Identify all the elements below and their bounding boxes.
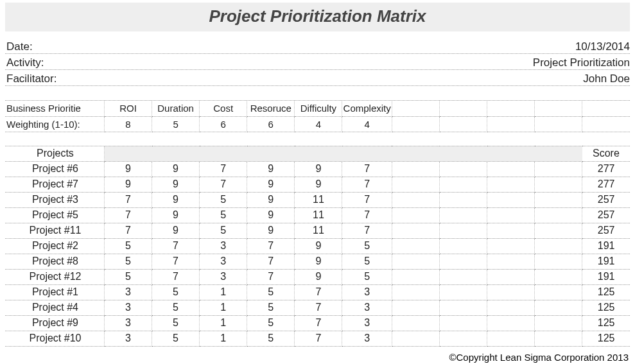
criteria-score-blank [582,101,630,116]
criteria-header-blank [535,101,582,116]
date-label: Date: [5,40,33,53]
project-score: 277 [582,161,630,177]
weight-value: 8 [104,116,152,132]
project-value: 5 [152,331,200,346]
project-value: 7 [342,192,392,207]
criteria-header: Complexity [342,101,392,116]
project-value: 3 [342,331,392,346]
weighting-label: Weighting (1-10): [5,116,104,132]
project-value: 5 [104,238,152,254]
projects-header-label: Projects [5,146,104,161]
project-value: 9 [152,223,200,238]
project-value-blank [535,254,582,269]
project-row: Project #117959117257 [5,223,630,238]
project-value: 3 [104,300,152,315]
project-value-blank [535,161,582,177]
project-value-blank [439,223,487,238]
weighting-row: Weighting (1-10):856644 [5,116,630,132]
project-value: 5 [342,269,392,284]
project-name: Project #12 [5,269,104,284]
project-score: 191 [582,254,630,269]
project-value-blank [392,177,439,192]
project-value-blank [535,284,582,300]
project-value-blank [439,207,487,223]
project-score: 277 [582,177,630,192]
project-score: 125 [582,315,630,331]
project-value-blank [392,254,439,269]
weight-blank [392,116,439,132]
project-value: 3 [342,315,392,331]
project-value-blank [392,161,439,177]
project-row: Project #8573795191 [5,254,630,269]
project-value: 7 [295,300,342,315]
project-value-blank [535,315,582,331]
project-value: 1 [200,331,247,346]
project-value: 11 [295,223,342,238]
weight-value: 5 [152,116,200,132]
project-value: 5 [200,223,247,238]
project-value: 1 [200,284,247,300]
project-value: 9 [152,207,200,223]
project-row: Project #37959117257 [5,192,630,207]
project-value: 7 [247,254,295,269]
projects-header-shade [104,146,582,161]
project-value-blank [392,192,439,207]
project-value: 5 [152,300,200,315]
project-value: 7 [104,207,152,223]
project-value: 9 [295,238,342,254]
criteria-label: Business Prioritie [5,101,104,116]
project-value: 9 [104,161,152,177]
project-value-blank [392,223,439,238]
project-value-blank [392,300,439,315]
meta-row-facilitator: Facilitator: John Doe [5,70,630,86]
weight-value: 4 [342,116,392,132]
project-value-blank [439,177,487,192]
project-value: 9 [152,177,200,192]
criteria-header: ROI [104,101,152,116]
project-value: 3 [342,284,392,300]
project-name: Project #2 [5,238,104,254]
project-value: 5 [247,331,295,346]
criteria-header: Difficulty [295,101,342,116]
activity-label: Activity: [5,56,44,69]
project-value-blank [487,284,535,300]
project-score: 257 [582,207,630,223]
project-value-blank [439,254,487,269]
project-value: 9 [247,223,295,238]
project-value-blank [535,207,582,223]
criteria-header-blank [487,101,535,116]
project-row: Project #10351573125 [5,331,630,346]
project-value-blank [392,207,439,223]
project-value: 3 [200,238,247,254]
project-value: 5 [200,207,247,223]
project-name: Project #8 [5,254,104,269]
project-value: 7 [200,177,247,192]
project-value-blank [392,238,439,254]
project-value-blank [535,177,582,192]
spacer-row [5,86,630,101]
project-value-blank [487,207,535,223]
project-row: Project #4351573125 [5,300,630,315]
project-value-blank [535,192,582,207]
project-value-blank [439,238,487,254]
criteria-header-blank [392,101,439,116]
project-value-blank [392,269,439,284]
project-value-blank [487,192,535,207]
project-value: 7 [247,269,295,284]
project-value: 5 [200,192,247,207]
project-name: Project #10 [5,331,104,346]
weight-blank [487,116,535,132]
score-header: Score [582,146,630,161]
project-value-blank [535,238,582,254]
weight-value: 4 [295,116,342,132]
project-value-blank [439,161,487,177]
project-value-blank [487,331,535,346]
project-value: 5 [247,300,295,315]
project-value: 5 [247,284,295,300]
project-value-blank [487,161,535,177]
project-name: Project #4 [5,300,104,315]
project-value: 9 [247,177,295,192]
criteria-header: Cost [200,101,247,116]
project-row: Project #6997997277 [5,161,630,177]
project-value-blank [439,284,487,300]
